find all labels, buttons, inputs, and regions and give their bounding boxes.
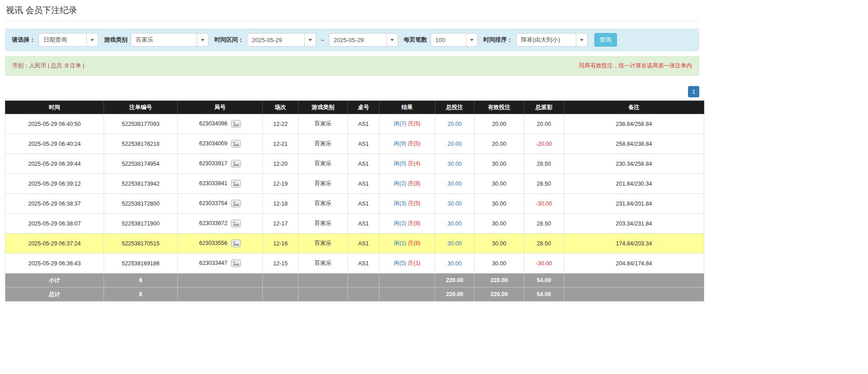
footer-empty-table <box>348 288 379 302</box>
bets-table: 时间 注单编号 局号 场次 游戏类别 桌号 结果 总投注 有效投注 总派彩 备注… <box>5 101 704 302</box>
chevron-down-icon[interactable] <box>86 34 98 46</box>
cell-session: 12-22 <box>263 114 299 134</box>
game-type-select[interactable]: 百家乐 <box>131 33 209 47</box>
sort-select[interactable]: 降幂(由大到小) <box>516 33 588 47</box>
cell-time: 2025-05-29 06:37:24 <box>5 234 104 254</box>
col-header-bet-id: 注单编号 <box>104 101 178 114</box>
subtotal-row: 小计8220.00220.0054.00 <box>5 273 704 288</box>
total-bet-link[interactable]: 30.00 <box>447 240 461 247</box>
summary-bar: 币别：人民币 | 总共 :8 注单 | 同局有效投注，统一计算在该局第一张注单内 <box>5 56 699 76</box>
round-id-text: 623034096 <box>199 120 228 127</box>
video-replay-icon[interactable] <box>231 259 241 268</box>
table-header: 时间 注单编号 局号 场次 游戏类别 桌号 结果 总投注 有效投注 总派彩 备注 <box>5 101 704 114</box>
cell-table-no: AS1 <box>348 174 379 194</box>
cell-valid-bet: 30.00 <box>474 194 524 214</box>
round-id-text: 623033754 <box>199 200 228 206</box>
video-replay-icon[interactable] <box>231 179 241 188</box>
cell-game-type: 百家乐 <box>299 154 348 174</box>
date-to-select[interactable]: 2025-05-29 <box>329 33 398 47</box>
cell-game-type: 百家乐 <box>299 174 348 194</box>
player-result: 闲(3) <box>394 200 406 206</box>
col-header-total-bet: 总投注 <box>435 101 474 114</box>
cell-result: 闲(2) 庄(8) <box>379 174 435 194</box>
cell-result: 闲(3) 庄(5) <box>379 194 435 214</box>
cell-valid-bet: 20.00 <box>474 114 524 134</box>
cell-note: 231.84/201.84 <box>564 194 704 214</box>
query-type-select[interactable]: 日期查询 <box>38 33 98 47</box>
cell-table-no: AS1 <box>348 114 379 134</box>
col-header-session: 场次 <box>263 101 299 114</box>
cell-table-no: AS1 <box>348 214 379 234</box>
cell-time: 2025-05-29 06:40:50 <box>5 114 104 134</box>
footer-count: 8 <box>104 273 178 288</box>
search-button[interactable]: 查询 <box>594 33 617 47</box>
table-row: 2025-05-29 06:36:43522538169186623033447… <box>5 254 704 273</box>
total-bet-link[interactable]: 20.00 <box>447 121 461 127</box>
banker-result: 庄(5) <box>408 140 421 147</box>
total-bet-link[interactable]: 30.00 <box>447 201 461 207</box>
cell-bet-id: 522538171900 <box>104 214 178 234</box>
cell-round-id: 623034009 <box>178 134 263 154</box>
video-replay-icon[interactable] <box>231 219 241 228</box>
cell-total-bet: 30.00 <box>435 154 474 174</box>
cell-game-type: 百家乐 <box>299 194 348 214</box>
cell-payout: -30.00 <box>524 194 564 214</box>
col-header-time: 时间 <box>5 101 104 114</box>
cell-note: 238.84/258.84 <box>564 114 704 134</box>
cell-game-type: 百家乐 <box>299 134 348 154</box>
page-button-1[interactable]: 1 <box>688 86 699 97</box>
game-type-label: 游戏类别 <box>104 36 128 44</box>
sort-label: 时间排序： <box>484 36 513 44</box>
date-from-value: 2025-05-29 <box>247 37 304 43</box>
cell-result: 闲(5) 庄(1) <box>379 254 435 273</box>
video-replay-icon[interactable] <box>231 120 241 128</box>
cell-round-id: 623033917 <box>178 154 263 174</box>
table-footer: 小计8220.00220.0054.00总计8220.00220.0054.00 <box>5 273 704 302</box>
chevron-down-icon[interactable] <box>304 34 316 46</box>
video-replay-icon[interactable] <box>231 139 241 148</box>
chevron-down-icon[interactable] <box>197 34 208 46</box>
cell-payout: -30.00 <box>524 254 564 273</box>
page-size-select[interactable]: 100 <box>431 33 478 47</box>
video-replay-icon[interactable] <box>231 159 241 168</box>
video-replay-icon[interactable] <box>231 239 241 248</box>
cell-session: 12-16 <box>263 234 299 254</box>
banker-result: 庄(8) <box>408 220 421 226</box>
total-bet-link[interactable]: 30.00 <box>447 161 461 167</box>
video-replay-icon[interactable] <box>231 199 241 208</box>
date-range-tilde: ~ <box>319 37 326 43</box>
footer-payout: 54.00 <box>524 273 564 288</box>
total-bet-link[interactable]: 20.00 <box>447 141 461 147</box>
cell-payout: -20.00 <box>524 134 564 154</box>
cell-time: 2025-05-29 06:36:43 <box>5 254 104 273</box>
cell-valid-bet: 30.00 <box>474 234 524 254</box>
cell-time: 2025-05-29 06:38:37 <box>5 194 104 214</box>
cell-session: 12-15 <box>263 254 299 273</box>
cell-round-id: 623033754 <box>178 194 263 214</box>
pagination-top: 1 <box>5 86 699 97</box>
time-range-label: 时间区间： <box>214 36 244 44</box>
cell-payout: 28.50 <box>524 154 564 174</box>
cell-total-bet: 20.00 <box>435 114 474 134</box>
date-from-select[interactable]: 2025-05-29 <box>247 33 316 47</box>
cell-table-no: AS1 <box>348 254 379 273</box>
table-row: 2025-05-29 06:38:07522538171900623033672… <box>5 214 704 234</box>
cell-valid-bet: 30.00 <box>474 214 524 234</box>
chevron-down-icon[interactable] <box>576 34 587 46</box>
cell-session: 12-19 <box>263 174 299 194</box>
footer-empty-session <box>263 273 299 288</box>
total-bet-link[interactable]: 30.00 <box>447 181 461 187</box>
cell-round-id: 623034096 <box>178 114 263 134</box>
total-bet-link[interactable]: 30.00 <box>447 260 461 267</box>
cell-time: 2025-05-29 06:39:12 <box>5 174 104 194</box>
cell-result: 闲(9) 庄(5) <box>379 134 435 154</box>
total-bet-link[interactable]: 30.00 <box>447 221 461 227</box>
cell-payout: 28.50 <box>524 174 564 194</box>
col-header-note: 备注 <box>564 101 704 114</box>
cell-result: 闲(7) 庄(5) <box>379 114 435 134</box>
cell-bet-id: 522538177093 <box>104 114 178 134</box>
chevron-down-icon[interactable] <box>466 34 477 46</box>
chevron-down-icon[interactable] <box>386 34 398 46</box>
table-row: 2025-05-29 06:40:50522538177093623034096… <box>5 114 704 134</box>
cell-session: 12-17 <box>263 214 299 234</box>
